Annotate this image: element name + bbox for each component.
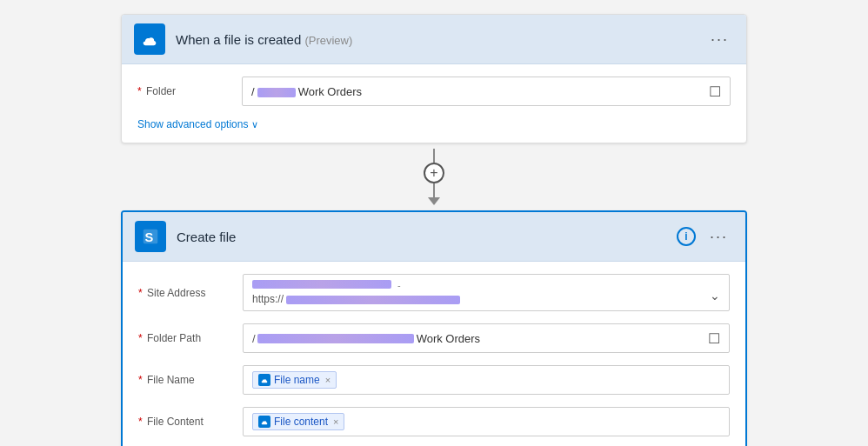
file-name-token-remove[interactable]: × (325, 375, 331, 385)
action-card: S Create file i ··· * Site Address (121, 210, 747, 446)
file-content-required-star: * (138, 416, 143, 428)
action-card-header: S Create file i ··· (123, 212, 745, 262)
file-name-field-row: * File Name File name × (138, 365, 730, 395)
folder-path-field-row: * Folder Path / Work Orders ☐ (138, 323, 730, 353)
folder-input[interactable]: /Work Orders ☐ (242, 77, 731, 106)
folder-picker-icon[interactable]: ☐ (709, 83, 721, 100)
folder-field-row: * Folder /Work Orders ☐ (137, 77, 731, 106)
folder-path-label: * Folder Path (138, 332, 243, 344)
connector-line-bottom (433, 183, 435, 197)
action-card-body: * Site Address - https:// ⌄ (123, 262, 745, 446)
file-content-field-row: * File Content File content × (138, 407, 730, 436)
site-address-required-star: * (138, 287, 143, 299)
flow-connector: + (424, 149, 444, 205)
add-step-button[interactable]: + (424, 163, 444, 183)
folder-path-input[interactable]: / Work Orders ☐ (243, 323, 730, 353)
file-name-label: * File Name (138, 374, 243, 386)
preview-label: (Preview) (304, 34, 352, 47)
onedrive-chip-icon (258, 374, 270, 386)
sharepoint-icon: S (135, 221, 166, 252)
onedrive-chip-icon-2 (258, 416, 270, 428)
action-info-button[interactable]: i (677, 227, 696, 246)
site-address-input[interactable]: - https:// ⌄ (243, 274, 730, 311)
show-advanced-button[interactable]: Show advanced options ∨ (137, 118, 731, 130)
trigger-card-header: When a file is created (Preview) ··· (122, 15, 746, 64)
folder-required-star: * (137, 85, 142, 97)
file-content-input[interactable]: File content × (243, 407, 730, 436)
trigger-card: When a file is created (Preview) ··· * F… (121, 14, 747, 143)
connector-arrow-icon (428, 197, 440, 205)
folder-path-content: / Work Orders (252, 332, 701, 345)
file-name-required-star: * (138, 374, 143, 386)
chevron-down-icon: ∨ (251, 119, 258, 130)
site-address-line2: https:// (252, 293, 460, 305)
file-content-token: File content × (252, 413, 344, 430)
folder-path-picker-icon[interactable]: ☐ (708, 330, 720, 347)
folder-path-required-star: * (138, 332, 143, 344)
trigger-more-button[interactable]: ··· (705, 29, 734, 50)
site-address-dropdown-arrow[interactable]: ⌄ (710, 288, 720, 297)
trigger-card-body: * Folder /Work Orders ☐ Show advanced op… (122, 64, 746, 143)
connector-line-top (433, 149, 435, 163)
svg-text:S: S (145, 230, 154, 244)
action-actions: i ··· (677, 226, 733, 248)
file-content-label: * File Content (138, 416, 243, 428)
onedrive-icon (134, 23, 165, 55)
trigger-title: When a file is created (Preview) (176, 32, 705, 47)
action-more-button[interactable]: ··· (704, 226, 733, 248)
file-content-token-remove[interactable]: × (333, 416, 338, 427)
flow-container: When a file is created (Preview) ··· * F… (121, 14, 747, 446)
trigger-actions: ··· (705, 29, 734, 50)
action-title: Create file (177, 230, 677, 244)
site-address-line1: - (252, 280, 401, 290)
folder-label: * Folder (137, 85, 242, 97)
file-name-token: File name × (252, 371, 337, 389)
site-address-label: * Site Address (138, 287, 243, 299)
site-address-field-row: * Site Address - https:// ⌄ (138, 274, 730, 311)
folder-value: /Work Orders (251, 85, 702, 98)
file-name-input[interactable]: File name × (243, 365, 730, 395)
